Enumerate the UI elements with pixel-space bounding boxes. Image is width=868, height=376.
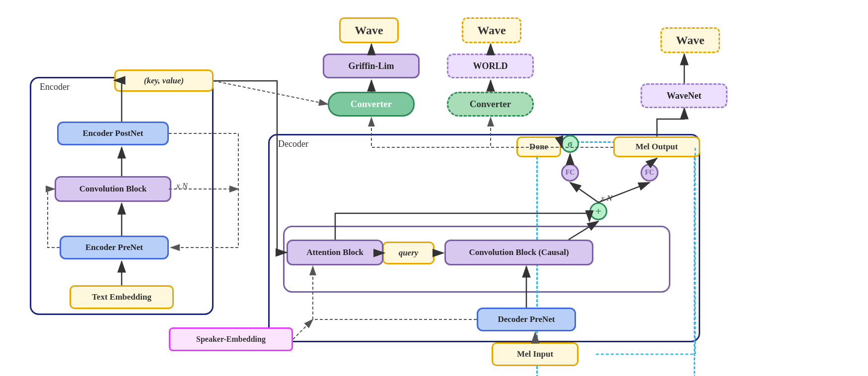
mel-input-box: Mel Input <box>492 342 579 366</box>
fc2-circle: FC <box>641 164 658 182</box>
converter1-box: Converter <box>328 92 415 117</box>
speaker-embedding-box: Speaker-Embedding <box>169 327 293 351</box>
conv-block-enc-box: Convolution Block <box>55 176 171 202</box>
converter2-box: Converter <box>447 92 534 117</box>
plus-circle: + <box>589 202 607 220</box>
decoder-label: Decoder <box>278 139 308 149</box>
encoder-postnet-box: Encoder PostNet <box>57 122 169 145</box>
xn-decoder: x N <box>601 193 612 203</box>
encoder-prenet-box: Encoder PreNet <box>60 236 169 259</box>
encoder-label: Encoder <box>40 82 70 92</box>
text-embedding-box: Text Embedding <box>70 285 174 309</box>
conv-block-causal-box: Convolution Block (Causal) <box>444 240 593 265</box>
wave1-box: Wave <box>339 17 399 43</box>
wave3-box: Wave <box>660 27 720 53</box>
query-box: query <box>382 242 434 264</box>
xn-encoder: x N <box>176 181 188 191</box>
decoder-prenet-box: Decoder PreNet <box>477 308 576 331</box>
wave2-box: Wave <box>462 17 521 43</box>
svg-line-5 <box>214 81 328 104</box>
griffin-lim-box: Griffin-Lim <box>323 54 420 78</box>
wavenet-box: WaveNet <box>641 83 727 108</box>
mel-output-box: Mel Output <box>613 136 700 157</box>
key-value-box: (key, value) <box>114 69 214 92</box>
world-box: WORLD <box>447 54 534 78</box>
diagram: Encoder Text Embedding Encoder PreNet Co… <box>0 0 868 376</box>
sigma-circle: σ <box>561 135 579 153</box>
done-box: Done <box>516 136 561 157</box>
fc1-circle: FC <box>561 164 579 182</box>
attention-block-box: Attention Block <box>287 240 383 265</box>
